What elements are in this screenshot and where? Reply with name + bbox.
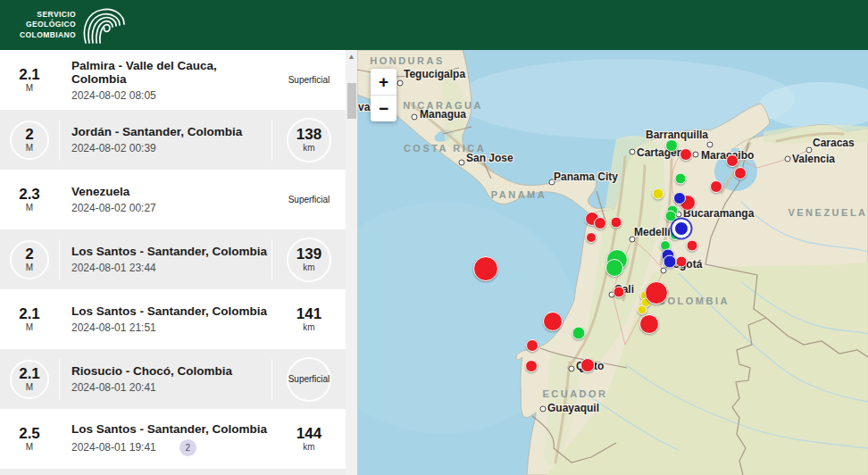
quake-marker[interactable] — [676, 256, 688, 268]
map[interactable]: HONDURASNICARAGUACOSTA RICAPANAMAVENEZUE… — [357, 50, 868, 475]
app-root: SERVICIO GEOLÓGICO COLOMBIANO 2.1 M — [0, 0, 868, 475]
quake-list-item[interactable]: 2 M Los Santos - Santander, Colombia 202… — [0, 229, 346, 289]
quake-marker[interactable] — [473, 256, 498, 281]
quake-marker[interactable] — [665, 211, 677, 222]
depth-badge: Superficial — [287, 178, 331, 222]
quake-marker[interactable] — [664, 255, 677, 269]
zoom-out-button[interactable]: − — [371, 96, 396, 121]
quake-marker[interactable] — [586, 232, 597, 243]
quake-marker[interactable] — [613, 287, 625, 298]
depth-badge: 141 km — [287, 297, 331, 342]
quake-location: Jordán - Santander, Colombia — [71, 125, 271, 138]
quake-datetime: 2024-08-01 20:41 — [71, 381, 156, 394]
quake-marker[interactable] — [572, 327, 586, 340]
quake-datetime: 2024-08-02 00:27 — [71, 202, 156, 214]
next-row-edge — [0, 469, 346, 475]
magnitude-badge: 2 M — [10, 240, 49, 279]
quake-marker[interactable] — [639, 314, 659, 334]
magnitude-badge: 2 M — [10, 121, 49, 160]
map-zoom-control: + − — [371, 69, 396, 121]
quake-datetime: 2024-08-02 00:39 — [71, 142, 156, 154]
event-count-badge: 2 — [179, 439, 196, 456]
quake-datetime: 2024-08-01 23:44 — [71, 262, 156, 274]
map-markers-layer — [357, 50, 868, 475]
quake-marker[interactable] — [525, 360, 538, 372]
quake-list-item[interactable]: 2.1 M Riosucio - Chocó, Colombia 2024-08… — [0, 349, 346, 409]
quake-marker[interactable] — [580, 358, 595, 372]
quake-marker[interactable] — [674, 221, 689, 236]
quake-marker[interactable] — [726, 154, 739, 167]
quake-location: Los Santos - Santander, Colombia — [71, 422, 271, 436]
sgc-brand-text: SERVICIO GEOLÓGICO COLOMBIANO — [20, 10, 76, 39]
depth-badge: 144 km — [287, 417, 331, 462]
depth-badge: 139 km — [287, 238, 331, 282]
quake-list-item[interactable]: 2.3 M Venezuela 2024-08-02 00:27 Superfi… — [0, 170, 346, 229]
quake-marker[interactable] — [611, 217, 622, 229]
quake-location: Palmira - Valle del Cauca, Colombia — [71, 59, 271, 86]
sgc-brand[interactable]: SERVICIO GEOLÓGICO COLOMBIANO — [20, 6, 126, 44]
depth-badge: Superficial — [287, 357, 331, 402]
zoom-in-button[interactable]: + — [371, 69, 396, 95]
magnitude-badge: 2.3 M — [10, 180, 49, 220]
quake-marker[interactable] — [680, 148, 692, 161]
quake-location: Riosucio - Chocó, Colombia — [71, 364, 271, 378]
magnitude-badge: 2.1 M — [10, 360, 49, 399]
scroll-up-arrow[interactable]: ▲ — [346, 52, 357, 62]
quake-datetime: 2024-08-01 21:51 — [71, 321, 156, 334]
quake-location: Los Santos - Santander, Colombia — [71, 304, 271, 318]
quake-marker[interactable] — [594, 217, 606, 229]
quake-list-item[interactable]: 2.1 M Palmira - Valle del Cauca, Colombi… — [0, 50, 346, 110]
sidebar-scrollbar[interactable]: ▲ — [346, 50, 357, 475]
quake-marker[interactable] — [653, 188, 664, 200]
quake-list-item[interactable]: 2 M Jordán - Santander, Colombia 2024-08… — [0, 110, 346, 170]
quake-marker[interactable] — [605, 259, 623, 277]
depth-badge: 138 km — [287, 118, 331, 162]
sgc-spiral-logo-icon — [79, 6, 126, 44]
quake-marker[interactable] — [638, 305, 647, 315]
quake-marker[interactable] — [665, 139, 678, 152]
magnitude-badge: 2.5 M — [10, 420, 49, 459]
quake-marker[interactable] — [675, 173, 687, 185]
quake-list-item[interactable]: 2.1 M Los Santos - Santander, Colombia 2… — [0, 289, 346, 349]
quake-datetime: 2024-08-01 19:41 — [71, 441, 156, 454]
quake-marker[interactable] — [673, 192, 686, 204]
app-header: SERVICIO GEOLÓGICO COLOMBIANO — [0, 0, 868, 50]
magnitude-badge: 2.1 M — [10, 61, 49, 100]
quake-marker[interactable] — [710, 180, 722, 193]
quake-marker[interactable] — [687, 240, 698, 252]
quake-marker[interactable] — [734, 167, 747, 179]
magnitude-badge: 2.1 M — [10, 300, 49, 339]
quake-marker[interactable] — [543, 312, 563, 331]
quake-datetime: 2024-08-02 08:05 — [71, 89, 156, 102]
quake-marker[interactable] — [645, 281, 668, 304]
quake-marker[interactable] — [526, 339, 538, 352]
quake-list-item[interactable]: 2.5 M Los Santos - Santander, Colombia 2… — [0, 409, 346, 469]
quake-list: 2.1 M Palmira - Valle del Cauca, Colombi… — [0, 50, 346, 475]
scroll-thumb[interactable] — [347, 83, 356, 119]
quake-location: Venezuela — [71, 185, 271, 198]
quake-location: Los Santos - Santander, Colombia — [71, 245, 271, 258]
depth-badge: Superficial — [287, 58, 331, 103]
